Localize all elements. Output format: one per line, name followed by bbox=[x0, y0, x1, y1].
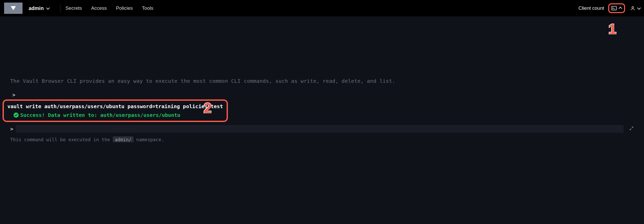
divider bbox=[60, 4, 60, 13]
svg-rect-0 bbox=[612, 6, 616, 10]
hint-prefix: This command will be executed in the bbox=[10, 137, 113, 142]
chevron-down-icon bbox=[637, 6, 641, 10]
hint-suffix: namespace. bbox=[136, 137, 164, 142]
vault-logo[interactable] bbox=[4, 3, 23, 14]
namespace-hint: This command will be executed in the adm… bbox=[10, 137, 634, 142]
namespace-label: admin bbox=[29, 5, 44, 11]
executed-command: vault write auth/userpass/users/ubuntu p… bbox=[7, 103, 223, 109]
success-text: Success! Data written to: auth/userpass/… bbox=[20, 112, 180, 118]
annotation-1: 1 bbox=[608, 21, 616, 37]
fullscreen-icon[interactable] bbox=[629, 126, 634, 132]
prompt-caret: > bbox=[12, 92, 634, 98]
nav-links: Secrets Access Policies Tools bbox=[65, 5, 153, 11]
terminal-icon bbox=[611, 5, 617, 11]
browser-cli-console: The Vault Browser CLI provides an easy w… bbox=[0, 16, 644, 142]
nav-policies[interactable]: Policies bbox=[116, 5, 133, 11]
svg-point-2 bbox=[632, 6, 634, 8]
nav-access[interactable]: Access bbox=[91, 5, 107, 11]
hint-namespace-badge: admin/ bbox=[113, 136, 134, 142]
console-toggle-button[interactable] bbox=[608, 3, 625, 13]
top-navbar: admin Secrets Access Policies Tools Clie… bbox=[0, 0, 644, 16]
chevron-down-icon bbox=[46, 6, 50, 10]
namespace-selector[interactable]: admin bbox=[29, 5, 55, 11]
nav-right: Client count bbox=[579, 3, 640, 13]
person-icon bbox=[630, 6, 635, 11]
user-menu[interactable] bbox=[630, 6, 640, 11]
success-output: Success! Data written to: auth/userpass/… bbox=[14, 112, 223, 118]
cli-input[interactable] bbox=[16, 125, 624, 133]
cli-input-row: > bbox=[10, 125, 634, 133]
nav-secrets[interactable]: Secrets bbox=[65, 5, 82, 11]
cli-description: The Vault Browser CLI provides an easy w… bbox=[10, 78, 634, 84]
check-circle-icon bbox=[14, 113, 19, 118]
command-highlight-box: vault write auth/userpass/users/ubuntu p… bbox=[3, 99, 228, 122]
input-prompt-caret: > bbox=[10, 126, 13, 132]
annotation-2: 2 bbox=[204, 99, 212, 116]
nav-tools[interactable]: Tools bbox=[142, 5, 153, 11]
vault-logo-icon bbox=[11, 6, 16, 10]
chevron-up-icon bbox=[619, 7, 622, 10]
client-count-link[interactable]: Client count bbox=[579, 5, 604, 11]
